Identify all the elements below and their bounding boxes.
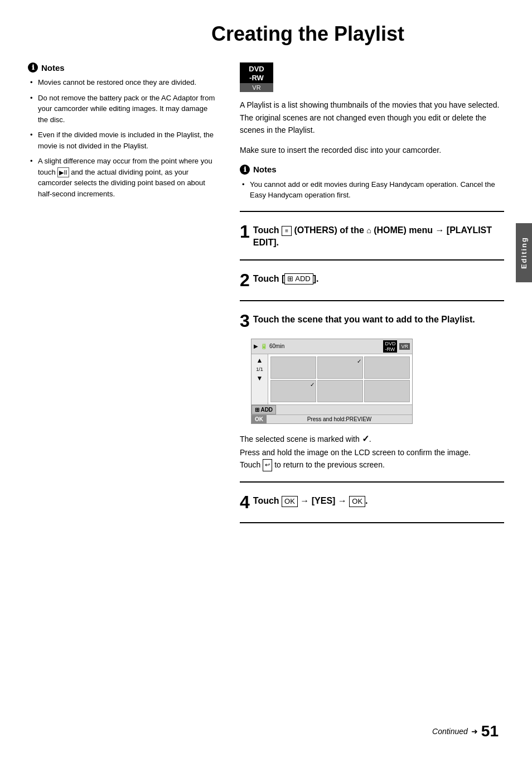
step-1: 1 Touch ≡ (OTHERS) of the ⌂ (HOME) menu …: [240, 222, 504, 249]
screen-body: ▲ 1/1 ▼ ✓ ✓: [252, 354, 412, 404]
screen-simulation: ▶ 🔋 60min DVD-RW VR ▲ 1/1 ▼: [251, 339, 413, 424]
ok-button: OK: [252, 415, 267, 423]
dvd-badge: DVD -RW VR: [240, 62, 273, 92]
scroll-down-icon: ▼: [257, 374, 263, 382]
check-mark-thumb: ✓: [357, 358, 361, 364]
step-4-number: 4: [240, 493, 250, 512]
list-item: Do not remove the battery pack or the AC…: [30, 93, 217, 126]
touch-return-text: Touch: [240, 460, 263, 469]
divider-5: [240, 522, 504, 523]
dvd-line1: DVD: [243, 65, 270, 74]
toolbar-left: ▶ 🔋 60min: [254, 343, 284, 349]
screen-sidebar: ▲ 1/1 ▼: [252, 354, 268, 404]
check-mark-thumb2: ✓: [310, 382, 315, 388]
left-notes-heading: ℹ Notes: [28, 62, 217, 73]
thumbnail-6: [364, 380, 410, 402]
scroll-up-icon: ▲: [257, 356, 263, 364]
divider-4: [240, 481, 504, 483]
right-notes-heading: ℹ Notes: [240, 165, 504, 175]
vr-badge: VR: [399, 343, 410, 350]
play-icon: ▶: [254, 343, 258, 349]
thumbnail-3: [364, 356, 410, 379]
ok-box-2: OK: [349, 496, 365, 507]
screen-bottom: ⊞ ADD: [252, 404, 412, 414]
ok-box-1: OK: [282, 496, 298, 507]
thumbnail-2: ✓: [317, 356, 363, 379]
press-hold-text: Press and hold the image on the LCD scre…: [240, 448, 471, 457]
divider-1: [240, 211, 504, 212]
others-menu-icon: ≡: [282, 226, 292, 236]
page-indicator: 1/1: [256, 367, 263, 372]
intro-paragraph2: Make sure to insert the recorded disc in…: [240, 144, 504, 156]
step-3-text: Touch the scene that you want to add to …: [253, 311, 475, 326]
step-4-text: Touch OK → [YES] → OK.: [253, 493, 368, 507]
step-4-header: 4 Touch OK → [YES] → OK.: [240, 493, 504, 512]
right-notes-section: ℹ Notes You cannot add or edit movies du…: [240, 165, 504, 201]
thumbnail-4: ✓: [270, 380, 316, 402]
list-item: You cannot add or edit movies during Eas…: [242, 179, 504, 201]
dvd-sub: VR: [240, 83, 273, 92]
step-1-header: 1 Touch ≡ (OTHERS) of the ⌂ (HOME) menu …: [240, 222, 504, 249]
list-item: Movies cannot be restored once they are …: [30, 77, 217, 88]
dvd-line2: -RW: [243, 74, 270, 83]
left-notes-title: Notes: [41, 63, 65, 73]
list-item: Even if the divided movie is included in…: [30, 129, 217, 151]
right-notes-list: You cannot add or edit movies during Eas…: [240, 179, 504, 201]
home-icon: ⌂: [366, 225, 371, 237]
continued-text: Continued: [432, 727, 468, 736]
step-3-header: 3 Touch the scene that you want to add t…: [240, 311, 504, 331]
divider-3: [240, 300, 504, 301]
add-button: ⊞ ADD: [252, 405, 276, 414]
step-3-body: The selected scene is marked with ✓. Pre…: [240, 432, 504, 471]
battery-time: 60min: [269, 343, 284, 349]
step-2: 2 Touch [⊞ ADD].: [240, 271, 504, 290]
step-3-number: 3: [240, 311, 250, 331]
page-title: Creating the Playlist: [28, 22, 504, 46]
preview-text: Press and hold:PREVIEW: [267, 415, 412, 423]
period: .: [369, 435, 371, 443]
arrow-right-icon: ➜: [471, 727, 478, 736]
battery-icon: 🔋: [260, 343, 267, 349]
divider-2: [240, 259, 504, 261]
step-1-number: 1: [240, 222, 250, 242]
toolbar-right: DVD-RW VR: [383, 340, 410, 353]
thumbnail-5: [317, 380, 363, 402]
step-3: 3 Touch the scene that you want to add t…: [240, 311, 504, 471]
disc-indicator: DVD-RW: [383, 340, 397, 353]
right-notes-title: Notes: [253, 165, 277, 174]
notes-icon: ℹ: [28, 62, 38, 73]
notes-icon-right: ℹ: [240, 165, 250, 175]
step-1-text: Touch ≡ (OTHERS) of the ⌂ (HOME) menu → …: [253, 222, 504, 249]
step-2-header: 2 Touch [⊞ ADD].: [240, 271, 504, 290]
preview-bar: ⊞ ADD: [252, 405, 412, 414]
dvd-badge-text: DVD -RW: [240, 62, 273, 83]
left-notes-list: Movies cannot be restored once they are …: [28, 77, 217, 199]
checkmark-icon: ✓: [362, 434, 369, 443]
left-notes-section: ℹ Notes Movies cannot be restored once t…: [28, 62, 217, 199]
add-icon: ⊞ ADD: [284, 273, 313, 285]
return-text-end: to return to the previous screen.: [272, 460, 385, 469]
screen-toolbar: ▶ 🔋 60min DVD-RW VR: [252, 339, 412, 354]
page-number: 51: [481, 722, 499, 740]
selected-scene-text: The selected scene is marked with: [240, 435, 362, 443]
intro-paragraph1: A Playlist is a list showing thumbnails …: [240, 99, 504, 136]
ok-preview-bar: OK Press and hold:PREVIEW: [252, 415, 412, 423]
thumbnail-1: [270, 356, 316, 379]
screen-bottom-2: OK Press and hold:PREVIEW: [252, 414, 412, 423]
editing-tab: Editing: [516, 223, 532, 282]
screen-content: ✓ ✓: [268, 354, 412, 404]
return-icon: ↩: [263, 459, 272, 471]
pause-icon: ▶II: [57, 167, 69, 178]
step-2-number: 2: [240, 271, 250, 290]
step-2-text: Touch [⊞ ADD].: [253, 271, 319, 285]
page-footer: Continued ➜ 51: [432, 722, 499, 740]
list-item: A slight difference may occur from the p…: [30, 156, 217, 199]
step-4: 4 Touch OK → [YES] → OK.: [240, 493, 504, 512]
